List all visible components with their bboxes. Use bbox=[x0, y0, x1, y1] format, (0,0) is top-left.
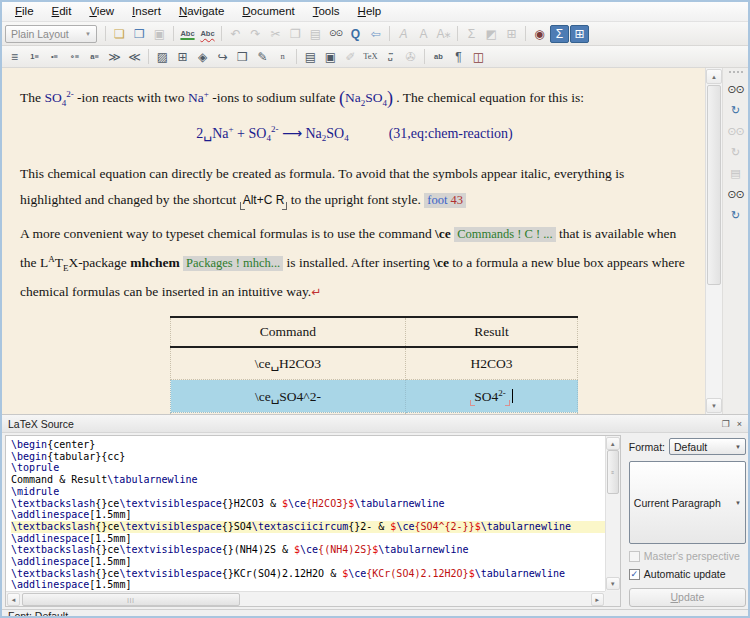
char-style-icon[interactable]: ab bbox=[429, 48, 448, 66]
open-document-icon[interactable]: ❒ bbox=[130, 25, 149, 43]
save-icon: ▣ bbox=[150, 25, 169, 43]
view-other-formats-icon[interactable]: ⊙⊙ bbox=[726, 185, 745, 203]
float-panel-icon[interactable]: ❐ bbox=[722, 419, 730, 429]
table-cell-command[interactable]: \ce␣SO4^2- bbox=[171, 380, 406, 413]
spellcheck-continuous-icon[interactable]: Abc bbox=[198, 25, 217, 43]
chevron-down-icon: ▼ bbox=[85, 31, 91, 37]
document-vscrollbar[interactable]: ▲ ▼ bbox=[705, 68, 722, 414]
update-other-formats-icon[interactable]: ↻ bbox=[726, 206, 745, 224]
source-line: \addlinespace[1.5mm] bbox=[11, 579, 605, 591]
close-panel-icon[interactable]: × bbox=[737, 419, 742, 429]
insert-nomenclature-icon[interactable]: n bbox=[273, 48, 292, 66]
menu-view[interactable]: View bbox=[80, 3, 123, 20]
scroll-up-icon[interactable]: ▲ bbox=[706, 69, 722, 84]
chevron-down-icon: ▼ bbox=[735, 500, 741, 506]
numbered-list-icon[interactable]: 1≡ bbox=[25, 48, 44, 66]
insert-figure-icon[interactable]: ▨ bbox=[153, 48, 172, 66]
format-select[interactable]: Default ▼ bbox=[669, 438, 746, 455]
menu-document[interactable]: Document bbox=[233, 3, 303, 20]
thesaurus-icon[interactable]: ◫ bbox=[469, 48, 488, 66]
scroll-down-icon[interactable]: ▼ bbox=[606, 577, 620, 590]
find-replace-icon[interactable]: ⊙⊙ bbox=[326, 25, 345, 43]
panel-title: LaTeX Source bbox=[8, 418, 74, 430]
source-line: \toprule bbox=[11, 462, 605, 474]
decrease-depth-icon[interactable]: ≪ bbox=[125, 48, 144, 66]
latex-source-text[interactable]: \begin{center}\begin{tabular}{cc}\toprul… bbox=[6, 436, 605, 591]
table-row: \ce␣SO4^2- SO42- bbox=[171, 380, 578, 413]
update-view-icon[interactable]: ↻ bbox=[726, 101, 745, 119]
document-vscrollbar-thumb[interactable] bbox=[707, 85, 721, 285]
index-inset-commands[interactable]: Commands ! C ! ... bbox=[454, 227, 555, 242]
insert-citation-icon[interactable]: ❒ bbox=[233, 48, 252, 66]
menu-file[interactable]: File bbox=[6, 3, 43, 20]
scrollbar-corner bbox=[605, 591, 620, 606]
visible-space-icon[interactable]: ␣⃛ bbox=[381, 48, 400, 66]
noun-icon: A bbox=[414, 25, 433, 43]
chevron-down-icon: ▼ bbox=[735, 444, 741, 450]
table-cell-result[interactable]: SO42- bbox=[405, 380, 577, 413]
table-cell-command[interactable]: \ce␣(NH4)2S bbox=[171, 412, 406, 414]
bullet-list-icon[interactable]: •≡ bbox=[45, 48, 64, 66]
table-cell-result[interactable]: (NH4)2S bbox=[405, 412, 577, 414]
format-label: Format: bbox=[629, 441, 665, 453]
source-hscrollbar[interactable]: ◄ ||| ► bbox=[6, 591, 605, 606]
command-result-table[interactable]: Command Result \ce␣H2CO3 H2CO3 \ce␣SO4^2… bbox=[170, 316, 578, 414]
tex-code-icon[interactable]: TeX bbox=[361, 48, 380, 66]
table-toolbar-toggle[interactable]: ⊞ bbox=[570, 25, 589, 43]
menu-help[interactable]: Help bbox=[349, 3, 391, 20]
paragraph-mhchem: A more convenient way to typeset chemica… bbox=[20, 222, 689, 305]
scope-select[interactable]: Current Paragraph ▼ bbox=[629, 461, 746, 544]
scroll-right-icon[interactable]: ► bbox=[591, 593, 604, 606]
insert-index-icon[interactable]: ✎ bbox=[253, 48, 272, 66]
view-document-icon[interactable]: ⊙⊙ bbox=[726, 80, 745, 98]
latex-source-titlebar[interactable]: LaTeX Source ❐ × bbox=[2, 415, 748, 433]
labeled-list-icon[interactable]: ∘≡ bbox=[65, 48, 84, 66]
toolbar-separator bbox=[296, 49, 297, 64]
export-document-icon: ▤ bbox=[726, 164, 745, 182]
menu-edit[interactable]: Edit bbox=[43, 3, 81, 20]
paragraph-intro: The SO42- -ion reacts with two Na+ -ions… bbox=[20, 81, 689, 115]
new-document-icon[interactable]: ❏ bbox=[110, 25, 129, 43]
insert-box-icon[interactable]: ▣ bbox=[321, 48, 340, 66]
insert-table-grid-icon[interactable]: ⊞ bbox=[173, 48, 192, 66]
toolbar-drag-handle[interactable] bbox=[729, 71, 743, 75]
navigate-outline-icon[interactable]: ◉ bbox=[530, 25, 549, 43]
source-hscrollbar-thumb[interactable]: ||| bbox=[22, 593, 240, 606]
scroll-down-icon[interactable]: ▼ bbox=[706, 398, 722, 413]
chem-equation[interactable]: 2␣Na+ + SO42- ⟶ Na2SO4(31,eq:chem-reacti… bbox=[20, 124, 689, 143]
view-master-icon: ⊙⊙ bbox=[726, 122, 745, 140]
source-line: \addlinespace[1.5mm] bbox=[11, 556, 605, 568]
table-cell-result[interactable]: H2CO3 bbox=[405, 347, 577, 380]
scroll-up-icon[interactable]: ▲ bbox=[606, 437, 620, 450]
increase-depth-icon[interactable]: ≫ bbox=[105, 48, 124, 66]
nav-back-icon[interactable]: ⇦ bbox=[366, 25, 385, 43]
menu-tools[interactable]: Tools bbox=[304, 3, 349, 20]
source-line: \addlinespace[1.5mm] bbox=[11, 509, 605, 521]
source-line: \addlinespace[1.5mm] bbox=[11, 533, 605, 545]
layout-combo[interactable]: Plain Layout ▼ bbox=[5, 25, 97, 43]
scroll-left-icon[interactable]: ◄ bbox=[7, 593, 20, 606]
index-inset-packages[interactable]: Packages ! mhch... bbox=[183, 256, 283, 271]
automatic-update-checkbox[interactable]: ✓ Automatic update bbox=[629, 568, 746, 580]
spellcheck-icon[interactable]: Abc bbox=[178, 25, 197, 43]
zoom-icon[interactable]: Q bbox=[346, 25, 365, 43]
insert-label-icon[interactable]: ◈ bbox=[193, 48, 212, 66]
math-toolbar-toggle[interactable]: Σ bbox=[550, 25, 569, 43]
menu-insert[interactable]: Insert bbox=[123, 3, 170, 20]
toolbar-standard: Plain Layout ▼ ❏❒▣AbcAbc↶↷✂❐▤⊙⊙Q⇦AAA⁎Σ◩⊞… bbox=[2, 22, 748, 46]
menu-navigate[interactable]: Navigate bbox=[170, 3, 233, 20]
description-list-icon[interactable]: a≡ bbox=[85, 48, 104, 66]
source-vscrollbar[interactable]: ▲ ≡ ▼ bbox=[605, 436, 620, 591]
document-canvas[interactable]: The SO42- -ion reacts with two Na+ -ions… bbox=[2, 68, 705, 414]
paragraph-settings-icon[interactable]: ¶ bbox=[449, 48, 468, 66]
justify-icon[interactable]: ≡ bbox=[5, 48, 24, 66]
footnote-inset[interactable]: foot 43 bbox=[424, 193, 466, 208]
insert-crossref-icon[interactable]: ↪ bbox=[213, 48, 232, 66]
table-header-row: Command Result bbox=[171, 317, 578, 347]
redo-icon: ↷ bbox=[246, 25, 265, 43]
insert-note-icon[interactable]: ▤ bbox=[301, 48, 320, 66]
table-header-command: Command bbox=[171, 317, 406, 347]
table-cell-command[interactable]: \ce␣H2CO3 bbox=[171, 347, 406, 380]
source-vscrollbar-thumb[interactable]: ≡ bbox=[607, 450, 619, 494]
source-line: Command & Result\tabularnewline bbox=[11, 474, 605, 486]
